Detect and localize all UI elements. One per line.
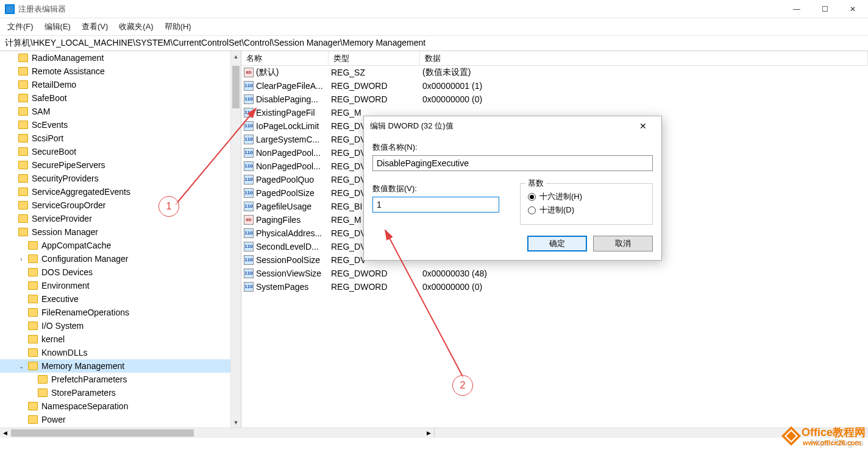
scroll-down-icon[interactable]: ▼	[231, 417, 241, 427]
list-row[interactable]: 110SessionViewSizeREG_DWORD0x00000030 (4…	[241, 267, 868, 280]
tree-item-label: RetailDemo	[30, 80, 77, 90]
expander-icon[interactable]: ›	[17, 256, 26, 262]
value-name: ClearPageFileA...	[256, 81, 331, 91]
tree-item[interactable]: ServiceProvider	[0, 212, 241, 225]
dialog-title-bar[interactable]: 编辑 DWORD (32 位)值 ✕	[364, 116, 661, 136]
scroll-left-icon[interactable]: ◀	[0, 428, 10, 438]
tree-item[interactable]: StoreParameters	[0, 386, 241, 399]
tree-item[interactable]: ScEvents	[0, 118, 241, 132]
folder-icon	[28, 255, 38, 263]
tree-item[interactable]: PrefetchParameters	[0, 373, 241, 386]
tree-hscroll[interactable]: ◀ ▶	[0, 427, 435, 438]
list-row[interactable]: 110SystemPagesREG_DWORD0x00000000 (0)	[241, 280, 868, 294]
app-icon	[5, 4, 15, 14]
expander-icon[interactable]: ⌄	[17, 363, 26, 370]
tree-item[interactable]: KnownDLLs	[0, 346, 241, 359]
col-header-name[interactable]: 名称	[241, 51, 329, 65]
tree-item[interactable]: NamespaceSeparation	[0, 399, 241, 413]
menu-edit[interactable]: 编辑(E)	[43, 20, 72, 33]
tree-item[interactable]: ScsiPort	[0, 132, 241, 145]
minimize-button[interactable]: —	[783, 0, 811, 18]
tree-item[interactable]: Executive	[0, 292, 241, 306]
tree-item[interactable]: SAM	[0, 105, 241, 118]
tree-item[interactable]: kernel	[0, 332, 241, 346]
tree-item[interactable]: I/O System	[0, 319, 241, 332]
menu-view[interactable]: 查看(V)	[80, 20, 109, 33]
name-input[interactable]	[372, 155, 653, 171]
folder-icon	[18, 188, 28, 196]
menu-file[interactable]: 文件(F)	[6, 20, 35, 33]
tree-item[interactable]: DOS Devices	[0, 265, 241, 279]
tree-item[interactable]: SafeBoot	[0, 91, 241, 105]
value-data: 0x00000000 (0)	[422, 282, 868, 292]
address-bar[interactable]: 计算机\HKEY_LOCAL_MACHINE\SYSTEM\CurrentCon…	[0, 36, 868, 51]
tree-item-label: Memory Management	[40, 361, 126, 371]
radio-dec[interactable]: 十进制(D)	[528, 205, 645, 216]
value-name: NonPagedPool...	[256, 161, 331, 171]
annotation-1: 1	[158, 196, 179, 217]
folder-icon	[18, 147, 28, 156]
tree-item-label: PrefetchParameters	[50, 374, 129, 384]
folder-icon	[18, 161, 28, 169]
scroll-thumb[interactable]	[232, 66, 240, 108]
tree-item[interactable]: ServiceAggregatedEvents	[0, 185, 241, 199]
scroll-right-icon[interactable]: ▶	[424, 428, 434, 438]
dialog-close-button[interactable]: ✕	[631, 118, 655, 135]
tree-item-label: Power	[40, 415, 67, 424]
value-name: (默认)	[256, 67, 331, 78]
menu-fav[interactable]: 收藏夹(A)	[118, 20, 154, 33]
tree-item-label: KnownDLLs	[40, 348, 89, 357]
cancel-button[interactable]: 取消	[593, 236, 653, 251]
tree-item[interactable]: Session Manager	[0, 225, 241, 239]
value-name: PhysicalAddres...	[256, 228, 331, 238]
value-name: NonPagedPool...	[256, 148, 331, 158]
value-data: 0x00000030 (48)	[422, 269, 868, 278]
tree-item-label: ScsiPort	[30, 133, 65, 143]
maximize-button[interactable]: ☐	[811, 0, 839, 18]
tree-item[interactable]: SecurityProviders	[0, 172, 241, 185]
tree-item[interactable]: SecurePipeServers	[0, 158, 241, 172]
data-label: 数值数据(V):	[372, 183, 505, 194]
tree-item[interactable]: AppCompatCache	[0, 239, 241, 252]
tree-item[interactable]: Environment	[0, 279, 241, 292]
list-row[interactable]: 110ClearPageFileA...REG_DWORD0x00000001 …	[241, 79, 868, 93]
tree-item[interactable]: RetailDemo	[0, 78, 241, 91]
menu-help[interactable]: 帮助(H)	[163, 20, 193, 33]
folder-icon	[28, 322, 38, 330]
tree-item[interactable]: Remote Assistance	[0, 65, 241, 78]
value-name: PagedPoolSize	[256, 188, 331, 198]
tree-scrollbar[interactable]: ▲ ▼	[230, 51, 241, 427]
tree-item[interactable]: Power	[0, 413, 241, 426]
list-row[interactable]: 110DisablePaging...REG_DWORD0x00000000 (…	[241, 93, 868, 106]
value-data: 0x00000000 (0)	[422, 94, 868, 104]
radio-hex[interactable]: 十六进制(H)	[528, 191, 645, 202]
tree-item-label: ScEvents	[30, 120, 69, 130]
base-legend: 基数	[525, 178, 546, 189]
brand-title: Office教程网	[802, 425, 866, 440]
brand-url: www.office26.com	[803, 440, 866, 446]
folder-icon	[18, 228, 28, 236]
ok-button[interactable]: 确定	[527, 236, 587, 251]
string-value-icon: ab	[244, 215, 254, 225]
tree-item[interactable]: RadioManagement	[0, 51, 241, 65]
dword-value-icon: 110	[244, 81, 254, 91]
base-group: 基数 十六进制(H) 十进制(D)	[520, 183, 653, 225]
col-header-data[interactable]: 数据	[420, 51, 868, 65]
data-input[interactable]	[372, 197, 499, 213]
scroll-up-icon[interactable]: ▲	[231, 51, 241, 62]
list-row[interactable]: ab(默认)REG_SZ(数值未设置)	[241, 66, 868, 79]
radio-icon	[528, 193, 536, 201]
tree-item[interactable]: SecureBoot	[0, 145, 241, 158]
close-button[interactable]: ✕	[839, 0, 867, 18]
tree-item-label: AppCompatCache	[40, 241, 112, 250]
folder-icon	[28, 268, 38, 276]
value-data: (数值未设置)	[422, 67, 868, 78]
tree-item[interactable]: ⌄Memory Management	[0, 359, 241, 373]
title-bar: 注册表编辑器 — ☐ ✕	[0, 0, 868, 18]
col-header-type[interactable]: 类型	[329, 51, 420, 65]
tree-item[interactable]: FileRenameOperations	[0, 306, 241, 319]
tree-item[interactable]: ›Configuration Manager	[0, 252, 241, 265]
value-name: SecondLevelD...	[256, 242, 331, 251]
tree-item[interactable]: ServiceGroupOrder	[0, 199, 241, 212]
hscroll-thumb[interactable]	[11, 429, 194, 437]
